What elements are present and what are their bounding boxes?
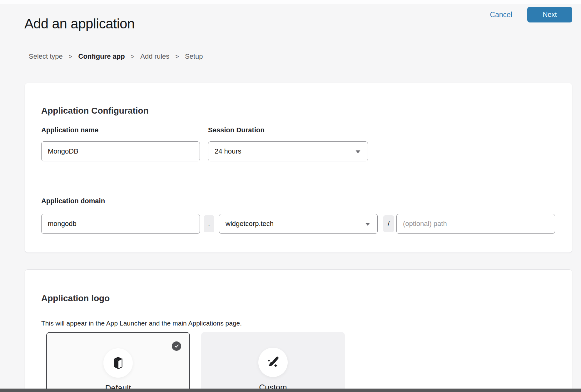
session-duration-select[interactable]: 24 hours — [208, 141, 368, 161]
breadcrumb-step-configure-app[interactable]: Configure app — [78, 52, 125, 61]
selected-check-badge — [172, 341, 181, 351]
breadcrumb-step-add-rules[interactable]: Add rules — [140, 52, 169, 61]
custom-logo-circle — [258, 348, 288, 377]
domain-select[interactable]: widgetcorp.tech — [219, 214, 378, 234]
application-name-input[interactable] — [41, 141, 200, 161]
breadcrumb-separator-icon: > — [175, 53, 179, 60]
application-configuration-card: Application Configuration Application na… — [25, 83, 572, 253]
path-input[interactable] — [396, 214, 555, 234]
logo-option-default[interactable]: Default — [46, 332, 190, 392]
breadcrumb-step-setup[interactable]: Setup — [185, 52, 203, 61]
config-section-title: Application Configuration — [41, 106, 149, 116]
page-title: Add an application — [24, 16, 135, 32]
session-duration-label: Session Duration — [208, 126, 265, 134]
breadcrumb: Select type > Configure app > Add rules … — [29, 52, 203, 61]
cancel-button[interactable]: Cancel — [490, 11, 512, 19]
subdomain-input[interactable] — [41, 214, 200, 234]
header-actions: Cancel Next — [490, 7, 572, 22]
session-duration-value: 24 hours — [215, 147, 241, 155]
domain-dot-separator: . — [204, 215, 214, 232]
logo-description: This will appear in the App Launcher and… — [41, 320, 242, 327]
application-name-label: Application name — [41, 126, 98, 134]
breadcrumb-separator-icon: > — [69, 53, 72, 60]
paintbrush-icon — [266, 355, 280, 370]
default-logo-circle — [103, 348, 133, 378]
domain-slash-separator: / — [383, 215, 394, 232]
cube-icon — [112, 356, 124, 370]
top-strip — [0, 0, 581, 4]
breadcrumb-step-select-type[interactable]: Select type — [29, 52, 63, 61]
application-logo-card: Application logo This will appear in the… — [25, 269, 572, 392]
application-domain-label: Application domain — [41, 197, 105, 205]
domain-select-value: widgetcorp.tech — [226, 220, 274, 228]
chevron-down-icon — [365, 220, 370, 228]
next-button[interactable]: Next — [527, 7, 572, 22]
logo-option-custom[interactable]: Custom — [201, 332, 345, 392]
breadcrumb-separator-icon: > — [131, 53, 135, 60]
check-icon — [174, 344, 179, 348]
bottom-bar — [0, 389, 581, 392]
logo-section-title: Application logo — [41, 293, 110, 303]
chevron-down-icon — [355, 147, 361, 155]
